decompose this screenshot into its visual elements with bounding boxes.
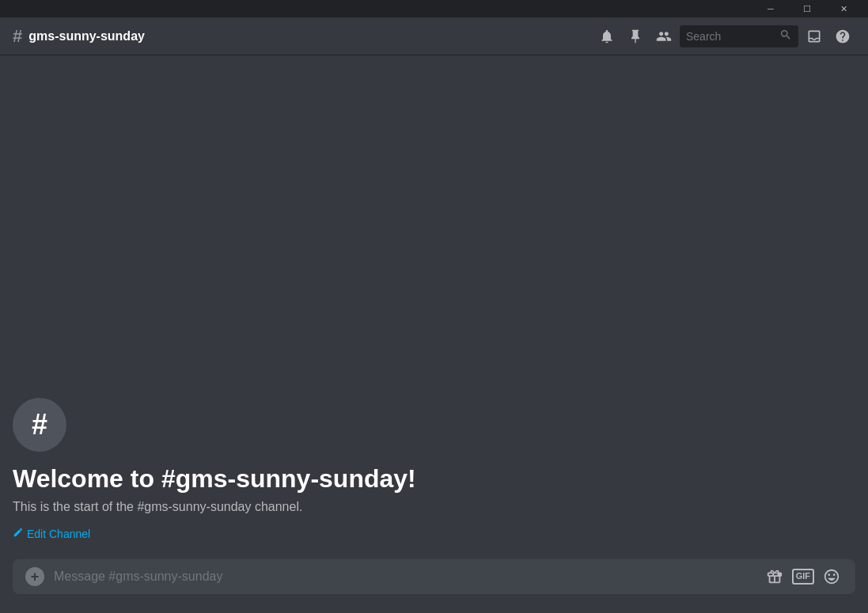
search-bar[interactable] bbox=[680, 25, 798, 47]
message-input-area: + GIF bbox=[13, 559, 855, 594]
input-right-icons: GIF bbox=[764, 566, 843, 588]
pin-icon bbox=[627, 28, 643, 44]
welcome-subtitle: This is the start of the #gms-sunny-sund… bbox=[13, 500, 855, 514]
notifications-button[interactable] bbox=[594, 24, 620, 49]
title-bar-controls: ─ ☐ ✕ bbox=[752, 0, 862, 17]
inbox-icon bbox=[806, 28, 822, 44]
help-icon bbox=[835, 28, 851, 44]
channel-icon-large: # bbox=[13, 398, 66, 452]
channel-header: # gms-sunny-sunday bbox=[0, 17, 868, 55]
gif-button[interactable]: GIF bbox=[792, 569, 814, 584]
pencil-icon bbox=[13, 527, 24, 540]
title-bar: ─ ☐ ✕ bbox=[0, 0, 868, 17]
members-icon bbox=[656, 28, 672, 44]
message-input[interactable] bbox=[54, 569, 754, 584]
plus-icon: + bbox=[31, 569, 40, 585]
search-input[interactable] bbox=[686, 30, 776, 43]
inbox-button[interactable] bbox=[802, 24, 827, 49]
welcome-title: Welcome to #gms-sunny-sunday! bbox=[13, 464, 855, 494]
help-button[interactable] bbox=[830, 24, 855, 49]
pinned-messages-button[interactable] bbox=[623, 24, 648, 49]
channel-header-left: # gms-sunny-sunday bbox=[13, 28, 588, 45]
main-content: # Welcome to #gms-sunny-sunday! This is … bbox=[0, 55, 868, 613]
bell-icon bbox=[599, 28, 615, 44]
hash-icon: # bbox=[13, 28, 22, 45]
minimize-button[interactable]: ─ bbox=[752, 0, 789, 17]
maximize-button[interactable]: ☐ bbox=[789, 0, 825, 17]
members-button[interactable] bbox=[651, 24, 677, 49]
edit-channel-link[interactable]: Edit Channel bbox=[13, 527, 855, 540]
emoji-icon bbox=[823, 568, 840, 585]
messages-area: # Welcome to #gms-sunny-sunday! This is … bbox=[0, 55, 868, 559]
channel-header-right bbox=[594, 24, 855, 49]
welcome-hash-icon: # bbox=[32, 411, 47, 439]
close-button[interactable]: ✕ bbox=[825, 0, 862, 17]
gift-button[interactable] bbox=[764, 566, 786, 588]
channel-title: gms-sunny-sunday bbox=[28, 29, 145, 44]
add-attachment-button[interactable]: + bbox=[25, 567, 44, 586]
channel-welcome: # Welcome to #gms-sunny-sunday! This is … bbox=[13, 385, 855, 559]
emoji-button[interactable] bbox=[821, 566, 843, 588]
edit-channel-label: Edit Channel bbox=[27, 528, 90, 540]
gift-icon bbox=[766, 568, 783, 585]
search-icon bbox=[779, 28, 792, 44]
